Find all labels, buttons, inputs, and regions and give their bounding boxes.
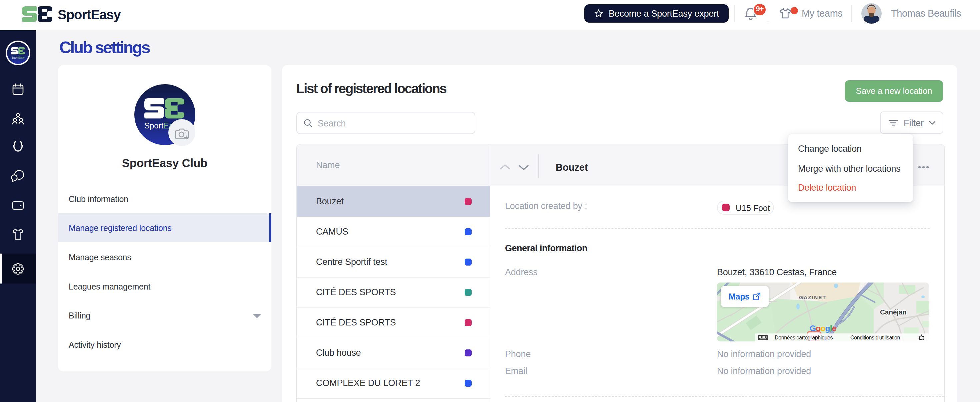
- svg-text:Données cartographiques: Données cartographiques: [775, 335, 833, 340]
- svg-text:Google: Google: [810, 324, 836, 333]
- svg-text:Canéjan: Canéjan: [880, 308, 907, 316]
- svg-text:Conditions d'utilisation: Conditions d'utilisation: [850, 335, 900, 340]
- svg-text:SportEasy: SportEasy: [11, 56, 25, 59]
- svg-text:Maps: Maps: [729, 292, 750, 301]
- svg-text:GAZINET: GAZINET: [799, 294, 826, 300]
